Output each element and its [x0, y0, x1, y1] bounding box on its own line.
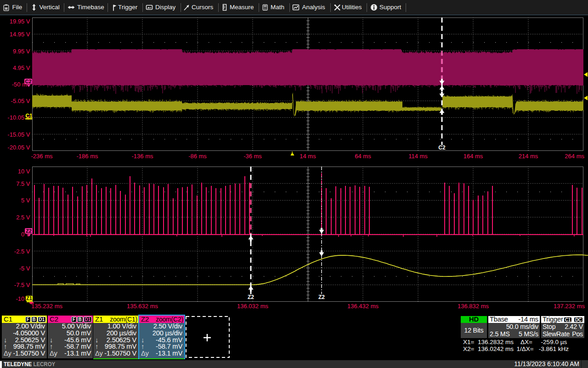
svg-text:-5 V: -5 V: [19, 265, 30, 272]
svg-text:C2: C2: [25, 79, 31, 84]
svg-text:164 ms: 164 ms: [464, 153, 483, 160]
svg-text:-15.05 V: -15.05 V: [7, 131, 30, 138]
svg-text:10 V: 10 V: [18, 168, 30, 175]
svg-text:136.832 ms: 136.832 ms: [458, 303, 489, 310]
svg-text:-236 ms: -236 ms: [31, 153, 53, 160]
svg-text:-7.5 V: -7.5 V: [14, 282, 30, 288]
svg-text:14.95 V: 14.95 V: [10, 31, 30, 38]
svg-text:4.95 V: 4.95 V: [13, 64, 30, 71]
svg-text:-5.05 V: -5.05 V: [11, 98, 30, 104]
svg-text:264 ms: 264 ms: [565, 153, 584, 160]
svg-text:214 ms: 214 ms: [519, 153, 538, 160]
svg-text:136.032 ms: 136.032 ms: [237, 303, 268, 310]
svg-text:C2: C2: [438, 144, 446, 151]
svg-text:Z1: Z1: [26, 295, 32, 301]
svg-text:5 V: 5 V: [21, 197, 30, 204]
svg-text:-136 ms: -136 ms: [132, 153, 153, 160]
svg-text:2.5 V: 2.5 V: [16, 214, 30, 221]
svg-text:9.95 V: 9.95 V: [13, 48, 30, 55]
svg-text:135.232 ms: 135.232 ms: [31, 303, 62, 310]
svg-text:136.432 ms: 136.432 ms: [347, 303, 379, 310]
svg-text:-186 ms: -186 ms: [77, 153, 98, 160]
svg-text:137.232 ms: 137.232 ms: [554, 303, 585, 310]
svg-text:-20.05 V: -20.05 V: [7, 144, 30, 151]
svg-text:14 ms: 14 ms: [300, 153, 316, 160]
svg-text:Z2: Z2: [318, 294, 325, 300]
svg-text:7.5 V: 7.5 V: [16, 180, 30, 187]
svg-text:-2.5 V: -2.5 V: [14, 248, 30, 255]
svg-text:-36 ms: -36 ms: [243, 153, 262, 160]
svg-text:135.632 ms: 135.632 ms: [127, 303, 158, 310]
svg-text:-86 ms: -86 ms: [188, 153, 207, 160]
svg-text:Z2: Z2: [248, 294, 254, 300]
svg-text:C1: C1: [25, 113, 33, 119]
svg-text:64 ms: 64 ms: [355, 153, 371, 160]
svg-text:114 ms: 114 ms: [408, 153, 428, 160]
svg-text:Z2: Z2: [26, 228, 32, 234]
svg-text:19.95 V: 19.95 V: [10, 18, 30, 25]
